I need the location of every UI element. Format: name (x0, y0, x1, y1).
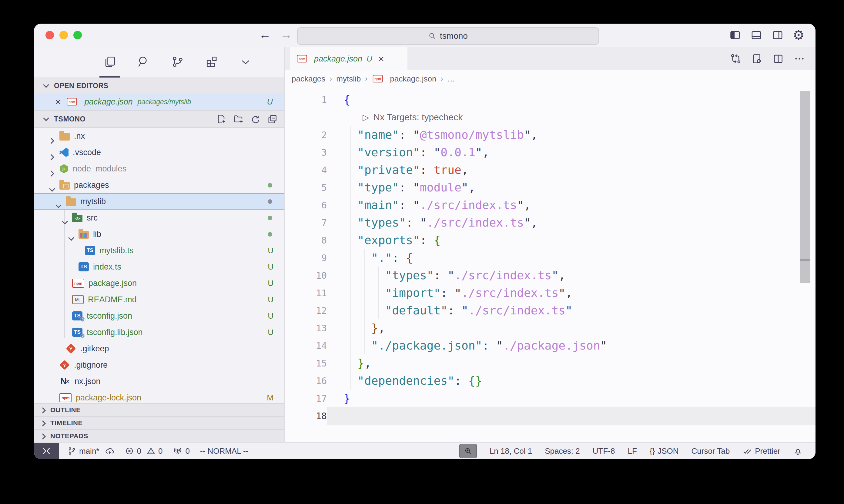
explorer-icon[interactable] (100, 47, 120, 77)
language-mode[interactable]: {} JSON (650, 447, 679, 456)
breadcrumb-item[interactable]: … (447, 74, 455, 84)
tree-item-tsconfig.lib.json[interactable]: tsconfig.lib.jsonU (34, 324, 285, 340)
traffic-lights (46, 31, 82, 39)
toggle-panel-icon[interactable] (750, 29, 762, 41)
indent-guide (350, 354, 351, 372)
breadcrumb-item[interactable]: packages (292, 74, 325, 84)
tree-item-lib[interactable]: lib (34, 226, 285, 242)
problems-status[interactable]: 0 0 (125, 447, 162, 456)
back-arrow-icon[interactable]: ← (259, 28, 271, 41)
code-line-13[interactable]: 13 }, (285, 319, 815, 337)
cursor-position[interactable]: Ln 18, Col 1 (489, 447, 532, 456)
workspace-header[interactable]: TSMONO (34, 110, 285, 128)
tree-item-src[interactable]: src (34, 210, 285, 226)
tree-item-package-lock.json[interactable]: package-lock.jsonM (34, 390, 285, 403)
settings-gear-icon[interactable]: ⚙ (793, 29, 805, 42)
tree-item-label: .gitkeep (80, 344, 109, 354)
tree-item-.gitkeep[interactable]: .gitkeep (34, 340, 285, 357)
forward-arrow-icon[interactable]: → (280, 28, 292, 41)
line-number: 18 (285, 407, 327, 425)
code-line-8[interactable]: 8 "exports": { (285, 231, 815, 249)
indent-guide (364, 319, 365, 337)
refresh-icon[interactable] (250, 113, 261, 125)
open-changes-icon[interactable] (730, 53, 742, 65)
run-target-play-icon[interactable]: ▷ (363, 112, 369, 122)
code-line-16[interactable]: 16 "dependencies": {} (285, 372, 815, 390)
tree-item-mytslib[interactable]: mytslib (34, 193, 285, 210)
vertical-scrollbar[interactable] (800, 91, 810, 283)
code-line-17[interactable]: 17} (285, 390, 815, 407)
close-tab-icon[interactable]: × (378, 54, 384, 64)
tree-item-tsconfig.json[interactable]: tsconfig.jsonU (34, 308, 285, 324)
search-view-icon[interactable] (133, 47, 154, 77)
line-number: 17 (285, 390, 327, 407)
indentation-setting[interactable]: Spaces: 2 (545, 447, 580, 456)
minimize-window-button[interactable] (59, 31, 68, 39)
remote-indicator[interactable] (34, 443, 59, 459)
tree-item-.gitignore[interactable]: .gitignore (34, 357, 285, 373)
code-line-3[interactable]: 3 "version": "0.0.1", (285, 144, 815, 161)
tab-package-json[interactable]: package.json U × (290, 47, 408, 70)
extensions-icon[interactable] (201, 47, 222, 77)
source-control-icon[interactable] (167, 47, 188, 77)
breadcrumb-item[interactable]: package.json (390, 74, 436, 84)
open-editors-header[interactable]: OPEN EDITORS (34, 77, 285, 93)
code-line-14[interactable]: 14 "./package.json": "./package.json" (285, 337, 815, 354)
open-editor-item[interactable]: × package.json packages/mytslib U (34, 93, 285, 110)
codelens-row[interactable]: ▷Nx Targets: typecheck (285, 108, 815, 126)
zoom-window-button[interactable] (73, 31, 82, 39)
toggle-primary-sidebar-icon[interactable] (729, 29, 741, 41)
toggle-secondary-sidebar-icon[interactable] (772, 29, 784, 41)
split-editor-icon[interactable] (773, 53, 784, 65)
section-header-timeline[interactable]: TIMELINE (34, 416, 285, 429)
code-line-12[interactable]: 12 "default": "./src/index.ts" (285, 302, 815, 319)
open-preview-icon[interactable] (751, 53, 763, 65)
code-text: } (344, 392, 350, 405)
vim-mode-indicator[interactable]: -- NORMAL -- (200, 447, 248, 456)
tree-item-README.md[interactable]: README.mdU (34, 291, 285, 308)
code-line-11[interactable]: 11 "import": "./src/index.ts", (285, 284, 815, 302)
close-editor-icon[interactable]: × (55, 97, 61, 107)
tree-item-mytslib.ts[interactable]: mytslib.tsU (34, 242, 285, 259)
tree-item-packages[interactable]: packages (34, 177, 285, 193)
code-line-1[interactable]: 1{ (285, 91, 815, 108)
more-actions-icon[interactable] (794, 53, 805, 65)
cursor-tab-setting[interactable]: Cursor Tab (691, 447, 730, 456)
command-center-search[interactable]: tsmono (297, 27, 599, 45)
tree-item-.vscode[interactable]: .vscode (34, 144, 285, 161)
more-views-chevron-icon[interactable] (235, 47, 256, 77)
notifications-bell-icon[interactable] (793, 446, 803, 456)
code-line-2[interactable]: 2 "name": "@tsmono/mytslib", (285, 126, 815, 144)
tree-item-package.json[interactable]: package.jsonU (34, 275, 285, 291)
line-number: 5 (285, 179, 327, 196)
tree-item-.nx[interactable]: .nx (34, 128, 285, 144)
code-editor[interactable]: 1{▷Nx Targets: typecheck2 "name": "@tsmo… (285, 87, 815, 442)
code-line-5[interactable]: 5 "type": "module", (285, 179, 815, 196)
tree-item-node_modules[interactable]: node_modules (34, 161, 285, 177)
formatter-status[interactable]: Prettier (742, 446, 780, 456)
ports-status[interactable]: 0 (173, 446, 189, 456)
code-line-10[interactable]: 10 "types": "./src/index.ts", (285, 267, 815, 284)
code-line-4[interactable]: 4 "private": true, (285, 161, 815, 179)
code-line-7[interactable]: 7 "types": "./src/index.ts", (285, 214, 815, 231)
new-file-icon[interactable] (216, 113, 227, 125)
collapse-all-icon[interactable] (267, 113, 278, 125)
eol-setting[interactable]: LF (627, 447, 637, 456)
open-editor-description: packages/mytslib (138, 98, 191, 106)
git-branch-status[interactable]: main* (67, 446, 115, 456)
section-header-notepads[interactable]: NOTEPADS (34, 429, 285, 442)
close-window-button[interactable] (46, 31, 54, 39)
code-line-9[interactable]: 9 ".": { (285, 249, 815, 267)
section-header-outline[interactable]: OUTLINE (34, 403, 285, 416)
tree-item-nx.json[interactable]: nx.json (34, 373, 285, 390)
code-line-6[interactable]: 6 "main": "./src/index.ts", (285, 196, 815, 214)
code-line-18[interactable]: 18 (285, 407, 815, 425)
ts-config-icon (72, 328, 83, 337)
new-folder-icon[interactable] (233, 113, 244, 125)
tree-item-index.ts[interactable]: index.tsU (34, 259, 285, 275)
code-line-15[interactable]: 15 }, (285, 354, 815, 372)
codelens-label[interactable]: Nx Targets: typecheck (374, 112, 463, 122)
zoom-indicator[interactable] (459, 444, 477, 458)
breadcrumb-item[interactable]: mytslib (336, 74, 361, 84)
encoding-setting[interactable]: UTF-8 (593, 447, 615, 456)
